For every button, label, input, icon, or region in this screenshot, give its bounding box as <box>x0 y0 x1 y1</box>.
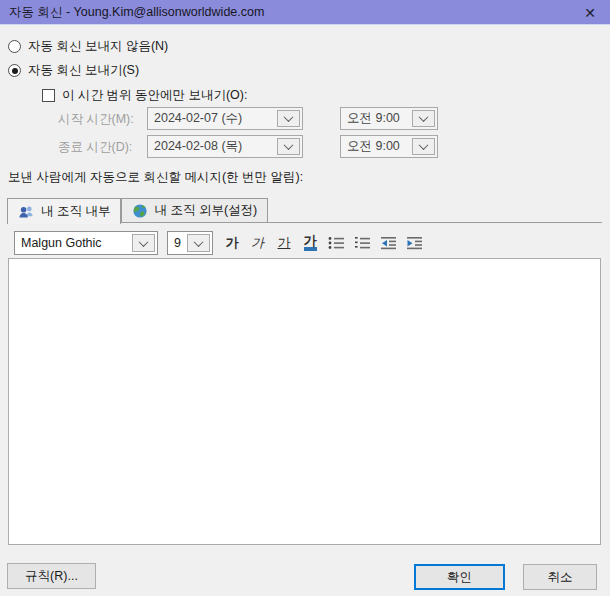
chevron-down-icon[interactable] <box>412 138 435 155</box>
start-time-value: 오전 9:00 <box>341 110 410 127</box>
chevron-down-icon[interactable] <box>412 110 435 127</box>
radio-checked-icon[interactable] <box>8 64 21 77</box>
bullet-list-button[interactable] <box>324 231 348 255</box>
close-icon[interactable]: ✕ <box>574 0 606 25</box>
bold-button[interactable]: 가 <box>220 231 244 255</box>
radio-option-send-replies[interactable]: 자동 회신 보내기(S) <box>8 63 139 78</box>
format-toolbar: 가 가 가 가 <box>220 231 426 255</box>
cancel-button[interactable]: 취소 <box>523 564 597 590</box>
numbered-list-button[interactable] <box>350 231 374 255</box>
checkbox-time-range-label: 이 시간 범위 동안에만 보내기(O): <box>62 87 247 104</box>
rules-button[interactable]: 규칙(R)... <box>7 563 96 589</box>
increase-indent-button[interactable] <box>402 231 426 255</box>
end-time-combobox[interactable]: 오전 9:00 <box>340 135 438 158</box>
automatic-replies-dialog: { "window": { "title": "자동 회신 - Young.Ki… <box>0 0 610 596</box>
start-time-label: 시작 시간(M): <box>58 111 134 128</box>
font-name-value: Malgun Gothic <box>15 236 130 250</box>
start-date-value: 2024-02-07 (수) <box>148 110 275 127</box>
start-time-combobox[interactable]: 오전 9:00 <box>340 107 438 130</box>
checkbox-time-range[interactable]: 이 시간 범위 동안에만 보내기(O): <box>42 88 247 103</box>
end-date-value: 2024-02-08 (목) <box>148 138 275 155</box>
radio-no-reply-label: 자동 회신 보내지 않음(N) <box>28 38 168 55</box>
title-bar[interactable]: 자동 회신 - Young.Kim@allisonworldwide.com ✕ <box>0 0 610 25</box>
radio-option-no-reply[interactable]: 자동 회신 보내지 않음(N) <box>8 39 168 54</box>
underline-button[interactable]: 가 <box>272 231 296 255</box>
chevron-down-icon[interactable] <box>187 234 210 252</box>
font-name-combobox[interactable]: Malgun Gothic <box>14 231 158 255</box>
chevron-down-icon[interactable] <box>277 138 300 155</box>
decrease-indent-icon <box>380 236 397 250</box>
increase-indent-icon <box>406 236 423 250</box>
numbered-list-icon <box>354 236 371 250</box>
reply-message-label: 보낸 사람에게 자동으로 회신할 메시지(한 번만 알림): <box>8 169 303 186</box>
end-date-combobox[interactable]: 2024-02-08 (목) <box>147 135 303 158</box>
font-color-button[interactable]: 가 <box>298 231 322 255</box>
italic-button[interactable]: 가 <box>246 231 270 255</box>
reply-message-textarea[interactable] <box>8 258 601 545</box>
tab-inside-organization[interactable]: 내 조직 내부 <box>7 198 121 224</box>
font-size-combobox[interactable]: 9 <box>167 231 213 255</box>
tab-label: 내 조직 외부(설정) <box>154 202 257 219</box>
end-time-value: 오전 9:00 <box>341 138 410 155</box>
chevron-down-icon[interactable] <box>277 110 300 127</box>
ok-button[interactable]: 확인 <box>414 564 505 590</box>
font-size-value: 9 <box>168 236 185 250</box>
end-time-label: 종료 시간(D): <box>58 139 132 156</box>
decrease-indent-button[interactable] <box>376 231 400 255</box>
tab-outside-organization[interactable]: 내 조직 외부(설정) <box>121 198 268 223</box>
globe-icon <box>132 203 148 219</box>
chevron-down-icon[interactable] <box>132 234 155 252</box>
tab-strip: 내 조직 내부 내 조직 외부(설정) <box>7 198 268 223</box>
window-title: 자동 회신 - Young.Kim@allisonworldwide.com <box>9 4 264 21</box>
start-date-combobox[interactable]: 2024-02-07 (수) <box>147 107 303 130</box>
checkbox-unchecked-icon[interactable] <box>42 89 55 102</box>
bullet-list-icon <box>328 236 345 250</box>
people-icon <box>18 204 35 220</box>
tab-label: 내 조직 내부 <box>41 203 110 220</box>
radio-unchecked-icon[interactable] <box>8 40 21 53</box>
radio-send-label: 자동 회신 보내기(S) <box>28 62 139 79</box>
